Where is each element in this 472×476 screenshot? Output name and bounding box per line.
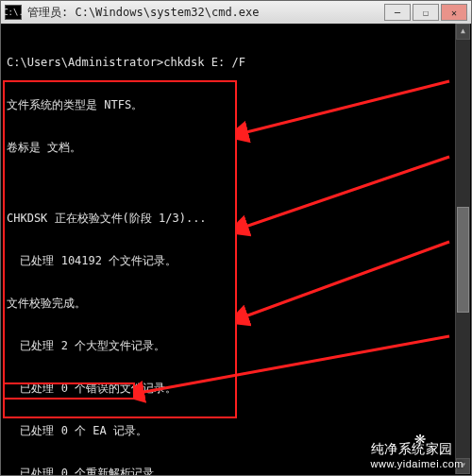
scroll-thumb[interactable]: [457, 207, 469, 313]
watermark-sub: www.yidaimei.com: [371, 458, 464, 469]
console-output: C:\Users\Administrator>chkdsk E: /F 文件系统…: [1, 24, 471, 475]
minimize-button[interactable]: ─: [384, 4, 411, 21]
console-line: 已处理 104192 个文件记录。: [7, 254, 465, 268]
console-line: 卷标是 文档。: [7, 141, 465, 155]
console-line: C:\Users\Administrator>chkdsk E: /F: [7, 56, 465, 70]
watermark: 纯净系统家园 www.yidaimei.com: [371, 441, 464, 469]
console-line: 已处理 0 个 EA 记录。: [7, 424, 465, 438]
console-line: 文件校验完成。: [7, 297, 465, 311]
maximize-button[interactable]: ☐: [413, 4, 439, 21]
window-title: 管理员: C:\Windows\system32\cmd.exe: [27, 5, 382, 21]
watermark-main: 纯净系统家园: [371, 441, 453, 456]
console-line: 文件系统的类型是 NTFS。: [7, 98, 465, 112]
vertical-scrollbar[interactable]: ▲ ▼: [455, 24, 470, 474]
title-bar[interactable]: C:\. 管理员: C:\Windows\system32\cmd.exe ─ …: [1, 1, 471, 25]
console-line: CHKDSK 正在校验文件(阶段 1/3)...: [7, 212, 465, 226]
console-line: 已处理 0 个错误的文件记录。: [7, 382, 465, 396]
console-line: 已处理 2 个大型文件记录。: [7, 339, 465, 353]
cmd-window: C:\. 管理员: C:\Windows\system32\cmd.exe ─ …: [0, 0, 472, 476]
scroll-track[interactable]: [456, 40, 470, 458]
cmd-icon: C:\.: [5, 5, 22, 20]
close-button[interactable]: ✕: [441, 4, 467, 21]
scroll-up-button[interactable]: ▲: [456, 24, 470, 40]
